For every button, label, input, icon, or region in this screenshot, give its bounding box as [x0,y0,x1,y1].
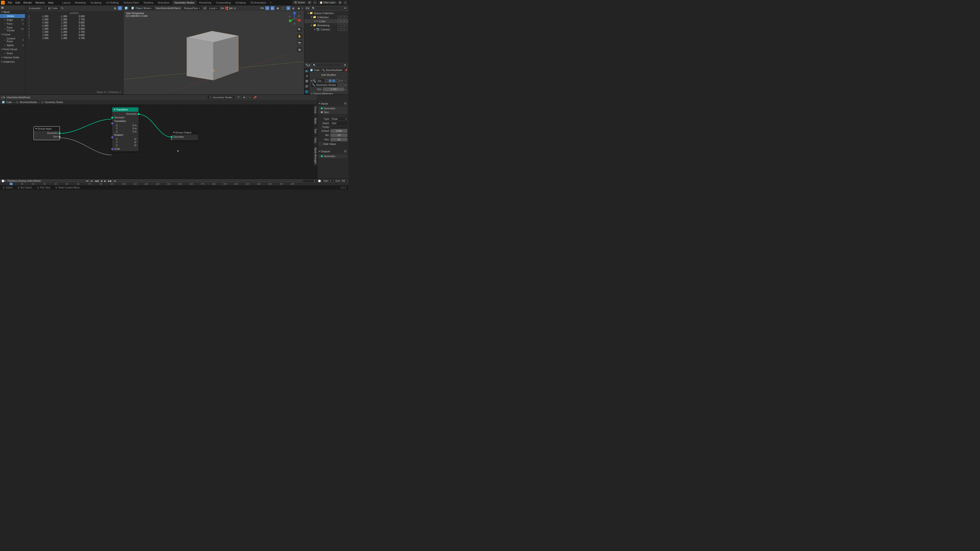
orientation-dropdown[interactable]: Local ▾ [207,6,220,10]
start-frame-field[interactable]: Start1 [322,179,333,183]
play-rev-icon[interactable]: ◀ [100,179,102,182]
outliner-editor-icon[interactable]: ☰▾ [305,7,309,10]
persp-ortho-icon[interactable]: ▦ [297,47,302,52]
filter-icon[interactable]: ⏷ [118,6,122,10]
domain-point[interactable]: ▫Point [0,51,25,55]
tab-output[interactable]: 🖨 [304,73,309,78]
filter-icon[interactable]: ⏷ [343,6,347,10]
node-menu-view[interactable]: View [6,96,12,99]
max-field[interactable]: inf [331,138,347,141]
tab-viewlayer[interactable]: 🖼 [304,78,309,84]
fake-user-icon[interactable]: 🛡 [236,95,240,100]
wire-shade-icon[interactable]: ◯ [281,6,285,10]
nodetree-new-icon[interactable]: ⊕ [242,95,246,100]
tab-scripting[interactable]: Scripting [233,0,248,5]
outliner-rendering[interactable]: 📁 Rendering [304,23,348,27]
tab-texture-paint[interactable]: Texture Paint [121,0,141,5]
nst-node-wrangler[interactable]: Node Wrangler [313,146,317,166]
tab-scene[interactable]: 🎬 [304,84,309,89]
mod-realtime-icon[interactable] [329,79,332,82]
props-search[interactable]: 🔍 [311,64,342,67]
name-field[interactable]: Size [331,121,347,125]
add-input-icon[interactable]: + [344,102,347,105]
mod-edit-icon[interactable] [325,79,328,82]
timeline-track[interactable]: 1 10203040506070809010011012013014015016… [0,183,348,185]
nodetree-selector[interactable]: ⬡ Geometry Nodes [207,95,235,100]
mode-dropdown[interactable]: 🧊 Object Mode ▾ [129,6,154,10]
node-group-input[interactable]: Group Input Geometry Size [33,126,60,140]
instances-category[interactable]: Instances [0,60,25,64]
tab-rendering[interactable]: Rendering [197,0,214,5]
tab-2d-animation[interactable]: 2D Animation [248,0,269,5]
preview-range-icon[interactable]: 🕐 [318,179,321,182]
add-output-icon[interactable]: + [344,150,347,153]
add-modifier-button[interactable]: Add Modifier [310,73,347,77]
sock-geometry[interactable]: Geometry [318,154,347,158]
solid-shade-icon[interactable]: ● [286,6,290,10]
camera-view-icon[interactable]: 📷 [297,40,302,45]
sock-geometry[interactable]: Geometry [318,106,347,110]
nst-tool[interactable]: Tool [313,127,317,135]
sock-size[interactable]: Size [318,110,347,114]
gn-shield-icon[interactable] [338,84,341,87]
tl-menu-playback[interactable]: Playback ▾ [7,179,19,182]
scene-collection-row[interactable]: 📁 Scene Collection [304,11,348,15]
nodeeditor-icon[interactable]: ⬡▾ [1,96,5,99]
node-menu-select[interactable]: Select [12,96,20,99]
tab-modeling[interactable]: Modeling [73,0,88,5]
mod-name-field[interactable]: Ge... [317,79,325,83]
hide-value-checkbox[interactable] [320,143,322,145]
zoom-icon[interactable]: 🔍 [297,27,302,32]
outliner-collection[interactable]: 📁 Collection [304,15,348,19]
view3d-editor-icon[interactable]: 🧊 [125,7,128,10]
type-dropdown[interactable]: Float▾ [331,117,347,121]
tab-geometry-nodes[interactable]: Geometry Nodes [172,0,197,5]
pivot-icon[interactable]: ⊙▾ [220,7,224,10]
mod-close-icon[interactable]: × [341,79,343,82]
menu-help[interactable]: Help [46,1,55,4]
orientation-icon[interactable]: ⇄ [204,7,206,10]
spreadsheet-editor-icon[interactable]: ▦ [1,6,3,9]
jump-start-icon[interactable]: ⏮ [91,179,93,182]
nodetree-unlink-icon[interactable]: × [248,95,252,100]
overlay-toggle-icon[interactable]: ◐ [270,6,275,10]
tab-animation[interactable]: Animation [156,0,172,5]
play-icon[interactable]: ▶ [104,179,106,182]
tab-shading[interactable]: Shading [141,0,156,5]
nst-node[interactable]: Node [313,116,317,126]
filter-toggle-icon[interactable]: ▤ [114,7,116,10]
domain-face[interactable]: ▫Face6 [0,22,25,25]
tl-menu-keying[interactable]: Keying ▾ [19,179,27,182]
node-canvas[interactable]: Group Input Geometry Size Transform Geom… [0,95,317,179]
v3d-menu-add[interactable]: Add [169,7,173,10]
v3d-menu-object[interactable]: Object [173,7,181,10]
tab-world[interactable]: 🌐 [304,89,309,94]
tab-render[interactable]: 📺 [304,68,309,73]
volume-category[interactable]: Volume Grids [0,55,25,60]
v3d-menu-select[interactable]: Select [161,7,169,10]
shade-opts-icon[interactable]: ▾ [302,7,303,10]
props-editor-icon[interactable]: 🔧▾ [305,64,310,67]
node-menu-add[interactable]: Add [19,96,24,99]
del-layer-icon[interactable]: × [343,0,347,5]
new-layer-icon[interactable]: ⊕ [338,0,342,5]
playhead[interactable]: 1 [10,183,13,185]
curve-category[interactable]: Curve [0,32,25,37]
node-transform[interactable]: Transform Geometry Geometry Translation:… [112,107,139,151]
viewport-scene[interactable] [124,5,304,94]
domain-edge[interactable]: ▫Edge12 [0,18,25,22]
pin-icon[interactable]: ✎ [61,7,64,10]
viewlayer-selector[interactable]: 📋 View Layer [318,1,337,4]
domain-control-point[interactable]: ▫Control Point0 [0,37,25,43]
tab-uv-editing[interactable]: UV Editing [103,0,121,5]
node-menu-node[interactable]: Node [24,96,30,99]
keyframe-next-icon[interactable]: ▶▶ [108,179,112,182]
domain-face-corner[interactable]: ▫Face Corner24 [0,25,25,32]
gn-unlink-icon[interactable]: × [345,84,347,87]
props-opts-icon[interactable]: ⚙ [343,63,347,67]
xray-icon[interactable]: ▦ [275,6,280,10]
new-scene-icon[interactable]: ⊕ [307,0,312,5]
outliner-cube[interactable]: ▽ Cube [304,19,348,23]
domain-spline[interactable]: ▫Spline0 [0,43,25,47]
domain-vertex[interactable]: ▫Vertex8 [0,14,25,18]
